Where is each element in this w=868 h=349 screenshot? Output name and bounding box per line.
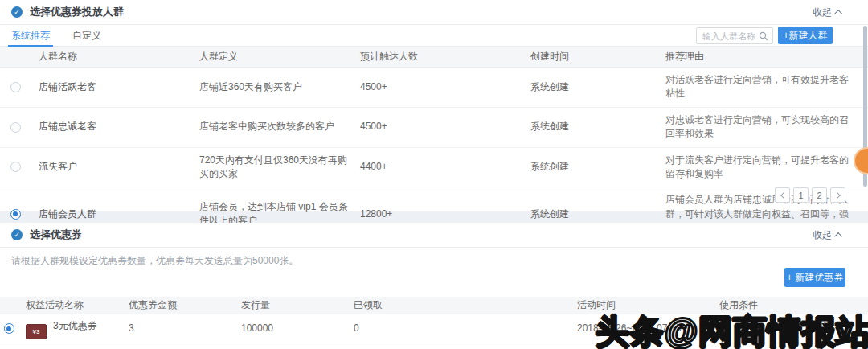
tab-label: 自定义 <box>72 29 101 43</box>
check-circle-icon: ✓ <box>11 6 23 18</box>
issue-volume: 100000 <box>241 316 354 341</box>
radio-button-selected[interactable] <box>4 323 14 334</box>
radio-button[interactable] <box>10 162 21 172</box>
tab-custom[interactable]: 自定义 <box>61 25 113 46</box>
estimated-reach: 4500+ <box>360 114 530 139</box>
search-icon[interactable] <box>759 31 768 41</box>
audience-panel-title: 选择优惠券投放人群 <box>30 5 124 19</box>
col-claimed: 已领取 <box>354 298 577 312</box>
crowd-definition: 720天内有支付且仅360天没有再购买的买家 <box>199 148 360 187</box>
created-by: 系统创建 <box>530 75 665 100</box>
col-crowd-name: 人群名称 <box>39 50 199 64</box>
coupon-panel-title: 选择优惠券 <box>30 228 82 242</box>
check-circle-icon: ✓ <box>11 229 23 240</box>
claimed-count: 0 <box>354 316 577 341</box>
created-by: 系统创建 <box>530 114 665 139</box>
prev-page-icon <box>780 191 787 198</box>
recommend-reason: 对活跃老客进行定向营销，可有效提升老客粘性 <box>665 68 868 107</box>
col-coupon-amount: 优惠券金额 <box>129 298 241 312</box>
collapse-audience-link[interactable]: 收起 <box>813 6 842 19</box>
chevron-up-icon <box>834 232 842 240</box>
coupon-quota-note: 请根据人群规模设定优惠券数量，优惠券每天发送总量为50000张。 <box>0 248 868 273</box>
next-page-button[interactable] <box>830 187 845 203</box>
new-coupon-button[interactable]: + 新建优惠券 <box>784 268 845 287</box>
issue-volume: 10000 <box>241 345 354 349</box>
crowd-definition: 店铺老客中购买次数较多的客户 <box>199 114 360 139</box>
audience-panel: ✓ 选择优惠券投放人群 收起 系统推荐 自定义 +新建人群 人群名称 人群定义 … <box>0 0 868 211</box>
col-estimated-reach: 预计触达人数 <box>360 50 530 64</box>
audience-table-header: 人群名称 人群定义 预计触达人数 创建时间 推荐理由 <box>0 47 868 68</box>
page-button-1[interactable]: 1 <box>793 187 809 203</box>
crowd-name: 店铺活跃老客 <box>39 75 199 100</box>
col-activity-name: 权益活动名称 <box>26 298 129 312</box>
claimed-count: 10000 <box>354 345 577 349</box>
collapse-label: 收起 <box>813 228 832 242</box>
crowd-search-input[interactable] <box>697 31 756 41</box>
tab-system-recommend[interactable]: 系统推荐 <box>0 25 61 46</box>
col-issue-volume: 发行量 <box>241 298 354 312</box>
tab-label: 系统推荐 <box>11 29 50 43</box>
crowd-definition: 店铺近360天有购买客户 <box>199 75 360 100</box>
crowd-name: 店铺忠诚老客 <box>39 114 199 139</box>
table-row[interactable]: 店铺活跃老客 店铺近360天有购买客户 4500+ 系统创建 对活跃老客进行定向… <box>0 68 868 108</box>
chevron-up-icon <box>834 9 842 17</box>
created-by: 系统创建 <box>530 154 665 179</box>
crowd-search-box <box>696 27 773 44</box>
crowd-name: 流失客户 <box>39 154 199 179</box>
audience-panel-header: ✓ 选择优惠券投放人群 收起 <box>0 0 868 24</box>
coupon-thumbnail: ¥3 <box>26 324 47 339</box>
coupon-panel-header: ✓ 选择优惠券 收起 <box>0 223 868 247</box>
radio-button-selected[interactable] <box>10 209 21 220</box>
pagination: 1 2 <box>775 187 845 203</box>
table-row[interactable]: 流失客户 720天内有支付且仅360天没有再购买的买家 4400+ 系统创建 对… <box>0 148 868 188</box>
radio-button[interactable] <box>10 82 21 92</box>
collapse-label: 收起 <box>813 6 832 19</box>
watermark: 头条@网商情报站 <box>596 310 868 349</box>
new-crowd-button[interactable]: +新建人群 <box>778 27 833 44</box>
estimated-reach: 4500+ <box>360 75 530 100</box>
col-created-by: 创建时间 <box>530 50 665 64</box>
col-recommend-reason: 推荐理由 <box>665 50 868 64</box>
coupon-amount: 3 <box>129 316 241 341</box>
recommend-reason: 对忠诚老客进行定向营销，可实现较高的召回率和效果 <box>665 108 868 147</box>
next-page-icon <box>833 191 840 198</box>
prev-page-button[interactable] <box>775 187 790 203</box>
collapse-coupon-link[interactable]: 收起 <box>813 228 842 242</box>
coupon-name: 3元优惠券 <box>53 318 97 333</box>
coupon-amount: 3 <box>129 345 241 349</box>
estimated-reach: 4400+ <box>360 154 530 179</box>
page-button-2[interactable]: 2 <box>812 187 827 203</box>
radio-button[interactable] <box>10 122 21 133</box>
table-row[interactable]: 店铺忠诚老客 店铺老客中购买次数较多的客户 4500+ 系统创建 对忠诚老客进行… <box>0 108 868 148</box>
audience-tabbar: 系统推荐 自定义 +新建人群 <box>0 25 868 47</box>
col-crowd-definition: 人群定义 <box>199 50 360 64</box>
recommend-reason: 对于流失客户进行定向营销，可提升老客的留存和复购率 <box>665 148 868 187</box>
